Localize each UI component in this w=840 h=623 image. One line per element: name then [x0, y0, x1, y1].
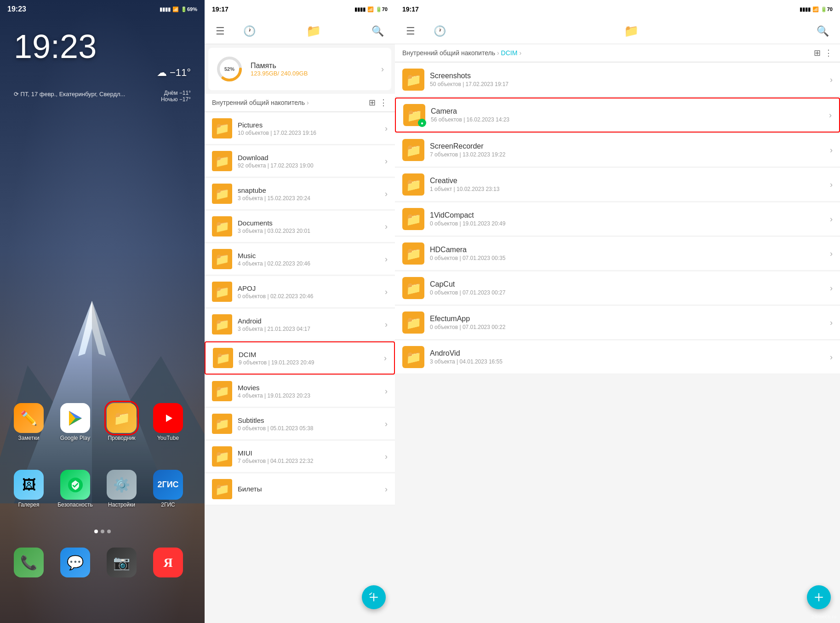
fm-folder-item-music[interactable]: 📁 Music 4 объекта | 02.02.2023 20:46 › — [205, 243, 395, 275]
dp-item-name-0: Screenshots — [430, 72, 509, 80]
dp-status-time: 19:17 — [402, 6, 419, 13]
fm-folder-item-pictures[interactable]: 📁 Pictures 10 объектов | 17.02.2023 19:1… — [205, 113, 395, 144]
app-camera[interactable]: 📷 — [102, 548, 141, 579]
dp-item-info-6: CapCut 0 объектов | 07.01.2023 00:27 — [430, 280, 505, 296]
fm-recents-icon[interactable]: 🕐 — [240, 23, 259, 39]
fm-folder-item-subtitles[interactable]: 📁 Subtitles 0 объектов | 05.01.2023 05:3… — [205, 408, 395, 440]
dp-item-name-2: ScreenRecorder — [430, 142, 505, 150]
fm-item-chevron-1: › — [385, 156, 388, 166]
dp-recents-icon[interactable]: 🕐 — [430, 23, 450, 39]
dp-item-meta-5: 0 объектов | 07.01.2023 00:35 — [430, 255, 505, 261]
dp-more-icon[interactable]: ⋮ — [824, 48, 833, 58]
fm-more-icon[interactable]: ⋮ — [379, 98, 388, 108]
fm-folder-icon[interactable]: 📁 — [303, 22, 325, 40]
dp-item-info-4: 1VidCompact 0 объектов | 19.01.2023 20:4… — [430, 211, 505, 227]
fm-item-info-8: Movies 4 объекта | 19.01.2023 20:23 — [238, 384, 310, 399]
fm-folder-item-snaptube[interactable]: 📁 snaptube 3 объекта | 15.02.2023 20:24 … — [205, 178, 395, 210]
app-settings[interactable]: ⚙️ Настройки — [102, 470, 141, 508]
dp-item-info-7: EfectumApp 0 объектов | 07.01.2023 00:22 — [430, 315, 505, 330]
dp-folder-item-screenrecorder[interactable]: 📁 ScreenRecorder 7 объектов | 13.02.2023… — [395, 133, 840, 167]
dp-search-icon[interactable]: 🔍 — [813, 23, 833, 39]
dp-fab-button[interactable] — [807, 585, 831, 609]
app-files[interactable]: 📁 Проводник — [102, 403, 141, 441]
app-notes[interactable]: ✏️ Заметки — [9, 403, 48, 441]
dot-3 — [107, 530, 111, 533]
app-yandex[interactable]: Я — [149, 548, 188, 579]
dp-item-meta-3: 1 объект | 10.02.2023 23:13 — [430, 186, 499, 192]
fm-folder-icon-11: 📁 — [212, 479, 232, 499]
fm-storage-chevron: › — [381, 64, 384, 74]
fm-item-name-3: Documents — [238, 219, 310, 227]
home-app-row-1: ✏️ Заметки Google Play 📁 Проводник — [9, 403, 188, 441]
fm-folder-icon-9: 📁 — [212, 414, 232, 434]
fm-folder-icon-10: 📁 — [212, 446, 232, 467]
dp-item-name-6: CapCut — [430, 280, 505, 288]
dp-item-chevron-2: › — [830, 145, 833, 155]
fm-fab-button[interactable] — [362, 585, 386, 609]
fm-folder-item-download[interactable]: 📁 Download 92 объекта | 17.02.2023 19:00… — [205, 145, 395, 177]
home-status-time: 19:23 — [7, 5, 26, 13]
fm-item-chevron-0: › — [385, 124, 388, 133]
dp-item-meta-0: 50 объектов | 17.02.2023 19:17 — [430, 81, 509, 87]
fm-item-meta-4: 4 объекта | 02.02.2023 20:46 — [238, 260, 310, 267]
fm-folder-icon-6: 📁 — [212, 314, 232, 335]
fm-item-info-9: Subtitles 0 объектов | 05.01.2023 05:38 — [238, 416, 313, 432]
fm-item-name-8: Movies — [238, 384, 310, 392]
dp-folder-item-efectumapp[interactable]: 📁 EfectumApp 0 объектов | 07.01.2023 00:… — [395, 306, 840, 340]
fm-folder-item-билеты[interactable]: 📁 Билеты › — [205, 473, 395, 505]
fm-menu-icon[interactable]: ☰ — [212, 23, 229, 39]
fm-folder-item-miui[interactable]: 📁 MIUI 7 объектов | 04.01.2023 22:32 › — [205, 441, 395, 473]
fm-breadcrumb-icons: ⊞ ⋮ — [369, 98, 388, 108]
home-weather: ☁ −11° — [157, 67, 191, 79]
fm-folder-icon-0: 📁 — [212, 118, 232, 138]
fm-item-name-4: Music — [238, 252, 310, 260]
home-app-row-2: 🖼 Галерея Безопасность ⚙️ Настройки 2ГИС… — [9, 470, 188, 508]
youtube-icon — [153, 403, 183, 433]
fm-storage-card[interactable]: 52% Память 123.95GB/ 240.09GB › — [208, 48, 391, 90]
mountain-illustration — [0, 273, 205, 503]
app-gallery[interactable]: 🖼 Галерея — [9, 470, 48, 508]
fm-storage-info: Память 123.95GB/ 240.09GB — [251, 62, 308, 77]
fm-item-name-7: DCIM — [239, 351, 314, 358]
fm-folder-item-apoj[interactable]: 📁 APOJ 0 объектов | 02.02.2023 20:46 › — [205, 276, 395, 308]
dp-folder-item-capcut[interactable]: 📁 CapCut 0 объектов | 07.01.2023 00:27 › — [395, 271, 840, 305]
fm-search-icon[interactable]: 🔍 — [368, 23, 388, 39]
app-security[interactable]: Безопасность — [56, 470, 95, 508]
fm-item-chevron-11: › — [385, 485, 388, 494]
dp-folder-icon-3: 📁 — [402, 173, 424, 196]
app-phone[interactable]: 📞 — [9, 548, 48, 579]
dp-item-info-2: ScreenRecorder 7 объектов | 13.02.2023 1… — [430, 142, 505, 158]
fm-folder-item-movies[interactable]: 📁 Movies 4 объекта | 19.01.2023 20:23 › — [205, 375, 395, 407]
fm-folder-item-android[interactable]: 📁 Android 3 объекта | 21.01.2023 04:17 › — [205, 309, 395, 340]
app-google-play[interactable]: Google Play — [56, 403, 95, 441]
fm-item-meta-2: 3 объекта | 15.02.2023 20:24 — [238, 195, 310, 202]
wifi-icon: 📶 — [172, 6, 179, 12]
fm-item-info-2: snaptube 3 объекта | 15.02.2023 20:24 — [238, 186, 310, 202]
dp-grid-icon[interactable]: ⊞ — [814, 48, 821, 58]
fm-item-chevron-10: › — [385, 452, 388, 461]
fm-item-meta-5: 0 объектов | 02.02.2023 20:46 — [238, 293, 313, 300]
fm-item-info-5: APOJ 0 объектов | 02.02.2023 20:46 — [238, 284, 313, 300]
app-2gis[interactable]: 2ГИС 2ГИС — [149, 470, 188, 508]
fm-folder-item-documents[interactable]: 📁 Documents 3 объекта | 03.02.2023 20:01… — [205, 211, 395, 242]
dp-folder-item-1vidcompact[interactable]: 📁 1VidCompact 0 объектов | 19.01.2023 20… — [395, 202, 840, 236]
dp-folder-item-hdcamera[interactable]: 📁 HDCamera 0 объектов | 07.01.2023 00:35… — [395, 237, 840, 271]
dp-menu-icon[interactable]: ☰ — [402, 23, 419, 39]
dp-folder-item-camera[interactable]: 📁● Camera 56 объектов | 16.02.2023 14:23… — [395, 98, 840, 133]
app-youtube[interactable]: YouTube — [149, 403, 188, 441]
dp-folder-item-screenshots[interactable]: 📁 Screenshots 50 объектов | 17.02.2023 1… — [395, 63, 840, 97]
dp-item-chevron-1: › — [829, 110, 832, 120]
fm-folder-icon-4: 📁 — [212, 249, 232, 269]
dp-folder-item-androvid[interactable]: 📁 AndroVid 3 объекта | 04.01.2023 16:55 … — [395, 340, 840, 374]
dp-item-info-8: AndroVid 3 объекта | 04.01.2023 16:55 — [430, 349, 503, 365]
fm-folder-item-dcim[interactable]: 📁 DCIM 9 объектов | 19.01.2023 20:49 › — [205, 341, 395, 375]
camera-icon: 📷 — [107, 548, 137, 577]
dp-folder-icon-2: 📁 — [402, 139, 424, 161]
fm-item-chevron-8: › — [385, 386, 388, 396]
dp-folder-icon[interactable]: 📁 — [620, 22, 642, 40]
fm-grid-icon[interactable]: ⊞ — [369, 98, 376, 108]
dp-folder-badge-1: ● — [418, 119, 426, 127]
dp-breadcrumb-child: DCIM — [501, 49, 518, 57]
dp-folder-item-creative[interactable]: 📁 Creative 1 объект | 10.02.2023 23:13 › — [395, 168, 840, 202]
app-messages[interactable]: 💬 — [56, 548, 95, 579]
